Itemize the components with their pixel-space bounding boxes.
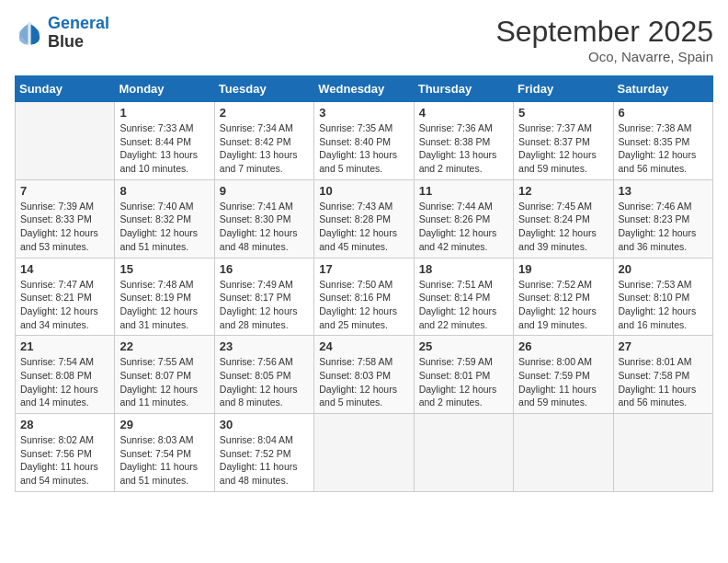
daylight: Daylight: 13 hours and 2 minutes. [419,148,508,175]
day-number: 26 [518,339,608,353]
sunrise: Sunrise: 8:04 AM [220,433,309,447]
day-info: Sunrise: 8:01 AM Sunset: 7:58 PM Dayligh… [619,355,708,409]
calendar-cell: 9 Sunrise: 7:41 AM Sunset: 8:30 PM Dayli… [214,179,313,258]
daylight: Daylight: 13 hours and 7 minutes. [220,148,309,175]
calendar-cell: 28 Sunrise: 8:02 AM Sunset: 7:56 PM Dayl… [16,414,115,492]
sunset: Sunset: 8:07 PM [119,369,209,383]
daylight: Daylight: 11 hours and 54 minutes. [20,460,109,487]
calendar-cell: 14 Sunrise: 7:47 AM Sunset: 8:21 PM Dayl… [16,258,115,336]
calendar-cell: 24 Sunrise: 7:58 AM Sunset: 8:03 PM Dayl… [314,336,414,414]
sunset: Sunset: 8:05 PM [220,369,309,383]
sunset: Sunset: 8:21 PM [20,291,109,304]
daylight: Daylight: 12 hours and 42 minutes. [419,226,508,253]
col-tuesday: Tuesday [214,76,313,102]
logo-text: General Blue [48,15,109,52]
col-wednesday: Wednesday [314,76,414,102]
day-number: 17 [319,262,408,276]
daylight: Daylight: 12 hours and 11 minutes. [119,383,209,409]
calendar-cell [514,414,613,492]
sunset: Sunset: 8:32 PM [119,213,209,226]
sunrise: Sunrise: 7:35 AM [319,121,408,135]
daylight: Daylight: 12 hours and 51 minutes. [119,226,209,253]
col-monday: Monday [115,76,214,102]
logo-line2: Blue [48,33,109,52]
daylight: Daylight: 13 hours and 5 minutes. [319,148,408,175]
day-info: Sunrise: 7:46 AM Sunset: 8:23 PM Dayligh… [619,200,708,254]
sunrise: Sunrise: 7:49 AM [220,278,309,292]
daylight: Daylight: 12 hours and 31 minutes. [119,304,209,331]
calendar-cell: 18 Sunrise: 7:51 AM Sunset: 8:14 PM Dayl… [414,258,513,336]
day-number: 16 [220,262,309,276]
calendar-cell: 11 Sunrise: 7:44 AM Sunset: 8:26 PM Dayl… [414,179,513,258]
sunrise: Sunrise: 8:03 AM [119,433,209,447]
day-info: Sunrise: 7:36 AM Sunset: 8:38 PM Dayligh… [419,121,508,176]
calendar-cell: 6 Sunrise: 7:38 AM Sunset: 8:35 PM Dayli… [613,102,712,180]
calendar-cell: 26 Sunrise: 8:00 AM Sunset: 7:59 PM Dayl… [514,336,613,414]
calendar-cell: 23 Sunrise: 7:56 AM Sunset: 8:05 PM Dayl… [214,336,313,414]
day-info: Sunrise: 8:00 AM Sunset: 7:59 PM Dayligh… [518,355,608,409]
calendar-week-3: 14 Sunrise: 7:47 AM Sunset: 8:21 PM Dayl… [16,258,713,336]
calendar-cell: 10 Sunrise: 7:43 AM Sunset: 8:28 PM Dayl… [314,179,414,258]
sunset: Sunset: 8:08 PM [20,369,109,383]
day-number: 11 [419,184,508,198]
daylight: Daylight: 12 hours and 45 minutes. [319,226,408,253]
sunrise: Sunrise: 7:59 AM [419,355,508,369]
daylight: Daylight: 12 hours and 16 minutes. [619,304,708,331]
day-info: Sunrise: 8:02 AM Sunset: 7:56 PM Dayligh… [20,433,109,488]
col-thursday: Thursday [414,76,513,102]
logo: General Blue [15,15,109,52]
title-block: September 2025 Oco, Navarre, Spain [495,15,713,64]
day-info: Sunrise: 7:55 AM Sunset: 8:07 PM Dayligh… [119,355,209,409]
logo-icon [15,18,44,48]
calendar-cell: 1 Sunrise: 7:33 AM Sunset: 8:44 PM Dayli… [115,102,214,180]
day-info: Sunrise: 8:03 AM Sunset: 7:54 PM Dayligh… [119,433,209,488]
sunrise: Sunrise: 7:56 AM [220,355,309,369]
sunrise: Sunrise: 7:44 AM [419,200,508,213]
day-number: 14 [20,262,109,276]
day-number: 2 [220,106,309,120]
day-info: Sunrise: 7:49 AM Sunset: 8:17 PM Dayligh… [220,278,309,332]
logo-line1: General [48,14,109,32]
day-number: 9 [220,184,309,198]
day-number: 23 [220,339,309,353]
day-number: 10 [319,184,408,198]
day-number: 13 [619,184,708,198]
daylight: Daylight: 12 hours and 5 minutes. [319,383,408,409]
sunset: Sunset: 8:37 PM [518,135,608,149]
sunrise: Sunrise: 7:33 AM [119,121,209,135]
daylight: Daylight: 12 hours and 22 minutes. [419,304,508,331]
sunrise: Sunrise: 7:51 AM [419,278,508,292]
day-info: Sunrise: 7:59 AM Sunset: 8:01 PM Dayligh… [419,355,508,409]
daylight: Daylight: 12 hours and 19 minutes. [518,304,608,331]
day-number: 7 [20,184,109,198]
day-info: Sunrise: 7:47 AM Sunset: 8:21 PM Dayligh… [20,278,109,332]
sunrise: Sunrise: 7:54 AM [20,355,109,369]
day-number: 29 [119,418,209,431]
sunset: Sunset: 8:14 PM [419,291,508,304]
day-info: Sunrise: 7:44 AM Sunset: 8:26 PM Dayligh… [419,200,508,254]
sunrise: Sunrise: 7:50 AM [319,278,408,292]
header-row: Sunday Monday Tuesday Wednesday Thursday… [16,76,713,102]
calendar-cell: 12 Sunrise: 7:45 AM Sunset: 8:24 PM Dayl… [514,179,613,258]
sunset: Sunset: 8:26 PM [419,213,508,226]
sunrise: Sunrise: 7:40 AM [119,200,209,213]
sunset: Sunset: 8:38 PM [419,135,508,149]
sunset: Sunset: 8:44 PM [119,135,209,149]
daylight: Daylight: 12 hours and 34 minutes. [20,304,109,331]
calendar-cell [414,414,513,492]
calendar-cell: 17 Sunrise: 7:50 AM Sunset: 8:16 PM Dayl… [314,258,414,336]
sunset: Sunset: 8:24 PM [518,213,608,226]
sunset: Sunset: 8:10 PM [619,291,708,304]
sunset: Sunset: 8:19 PM [119,291,209,304]
sunrise: Sunrise: 7:41 AM [220,200,309,213]
sunrise: Sunrise: 7:55 AM [119,355,209,369]
daylight: Daylight: 12 hours and 56 minutes. [619,148,708,175]
day-number: 28 [20,418,109,431]
location-subtitle: Oco, Navarre, Spain [495,49,713,64]
sunrise: Sunrise: 7:36 AM [419,121,508,135]
page-header: General Blue September 2025 Oco, Navarre… [15,15,713,64]
daylight: Daylight: 12 hours and 48 minutes. [220,226,309,253]
daylight: Daylight: 12 hours and 36 minutes. [619,226,708,253]
calendar-cell: 4 Sunrise: 7:36 AM Sunset: 8:38 PM Dayli… [414,102,513,180]
sunset: Sunset: 8:40 PM [319,135,408,149]
